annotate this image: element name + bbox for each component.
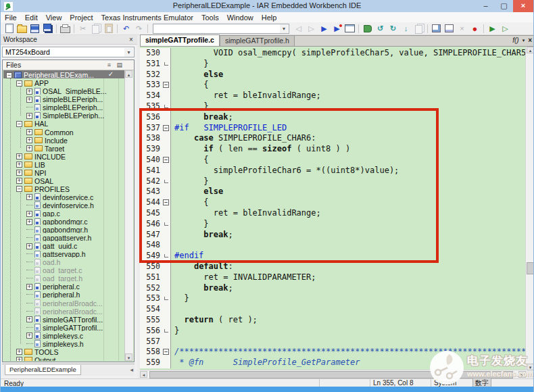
close-button[interactable]: × bbox=[513, 0, 533, 12]
code-line-539[interactable]: 539 if ( len == sizeof ( uint8 ) ) bbox=[140, 144, 526, 155]
erase-memory-icon[interactable] bbox=[413, 24, 424, 34]
workspace-tab[interactable]: PeripheralLEDExample bbox=[5, 365, 81, 375]
configuration-dropdown[interactable]: MT254xBoard ▾ bbox=[2, 47, 135, 57]
tab-simplegattprofile-h[interactable]: simpleGATTprofile.h bbox=[220, 35, 295, 46]
tree-item-lib[interactable]: +LIB bbox=[3, 160, 125, 168]
tree-item-simplebleperiph[interactable]: +SimpleBLEPeriph... bbox=[3, 111, 125, 119]
tree-item-output[interactable]: +Output bbox=[3, 356, 125, 361]
scroll-left-icon[interactable]: ◂ bbox=[140, 371, 147, 378]
menu-project[interactable]: Project bbox=[66, 14, 97, 22]
save-all-icon[interactable] bbox=[42, 24, 53, 34]
expander-icon[interactable]: + bbox=[26, 284, 32, 290]
code-line-548[interactable]: 548 bbox=[140, 240, 526, 251]
expander-icon[interactable]: + bbox=[26, 219, 32, 225]
code-line-554[interactable]: 554 bbox=[140, 304, 526, 315]
code-line-547[interactable]: 547 break; bbox=[140, 230, 526, 241]
tree-item-devinfoservice-h[interactable]: devinfoservice.h bbox=[3, 201, 125, 209]
code-line-530[interactable]: 530 VOID osal_memcpy( simpleProfileChar5… bbox=[140, 48, 526, 59]
menu-edit[interactable]: Edit bbox=[21, 14, 42, 22]
code-line-537[interactable]: 537−#if SIMPLEPROFILE_LED bbox=[140, 123, 526, 134]
tree-item-gapgattserver-h[interactable]: gapgattserver.h bbox=[3, 233, 125, 241]
expander-icon[interactable]: − bbox=[16, 186, 22, 192]
expander-icon[interactable]: + bbox=[16, 170, 22, 176]
fold-collapse-icon[interactable]: − bbox=[163, 125, 169, 131]
minimize-button[interactable]: – bbox=[477, 0, 495, 12]
code-line-545[interactable]: 545 ret = bleInvalidRange; bbox=[140, 208, 526, 219]
tree-item-simplegattprofil[interactable]: simpleGATTprofil... bbox=[3, 322, 125, 330]
tree-item-simplebleperiph[interactable]: simpleBLEPeriph... bbox=[3, 103, 125, 111]
code-line-544[interactable]: 544− { bbox=[140, 197, 526, 208]
download-and-debug-icon[interactable]: ▶ bbox=[487, 24, 498, 34]
tree-item-tools[interactable]: +TOOLS bbox=[3, 347, 125, 356]
code-line-542[interactable]: 542 } bbox=[140, 176, 526, 187]
vertical-scrollbar[interactable]: ▴ ▾ bbox=[525, 47, 534, 370]
code-line-536[interactable]: 536 break; bbox=[140, 112, 526, 123]
chevron-down-icon[interactable]: ▾ bbox=[523, 38, 525, 43]
code-editor[interactable]: 530 VOID osal_memcpy( simpleProfileChar5… bbox=[140, 47, 526, 370]
expander-icon[interactable]: + bbox=[26, 316, 32, 322]
expander-icon[interactable]: − bbox=[16, 121, 22, 127]
maximize-button[interactable]: ▢ bbox=[495, 0, 513, 12]
expander-icon[interactable]: + bbox=[16, 178, 22, 184]
copy-icon[interactable] bbox=[90, 24, 101, 34]
menu-file[interactable]: File bbox=[1, 14, 21, 22]
code-line-558[interactable]: 558−/***********************************… bbox=[140, 347, 526, 358]
tree-item-gapbondmgr-c[interactable]: +gapbondmgr.c bbox=[3, 217, 125, 225]
expander-icon[interactable]: + bbox=[26, 137, 32, 143]
tree-item-npi[interactable]: +NPI bbox=[3, 168, 125, 176]
code-line-551[interactable]: 551 ret = INVALIDPARAMETER; bbox=[140, 272, 526, 283]
code-line-540[interactable]: 540− { bbox=[140, 155, 526, 166]
compile-icon[interactable] bbox=[443, 24, 455, 34]
expander-icon[interactable]: + bbox=[26, 97, 32, 103]
tree-item-simplekeys-c[interactable]: +simplekeys.c bbox=[3, 331, 125, 339]
expander-icon[interactable]: − bbox=[16, 80, 22, 87]
tree-item-simplebleperiph[interactable]: +simpleBLEPeriph... bbox=[3, 95, 125, 103]
code-line-553[interactable]: 553 } bbox=[140, 293, 526, 304]
tree-item-peripheralledexam[interactable]: −PeripheralLEDExam...✓ bbox=[3, 70, 125, 78]
scroll-right-icon[interactable]: ▸ bbox=[518, 371, 526, 378]
fold-collapse-icon[interactable]: − bbox=[163, 349, 169, 355]
code-line-541[interactable]: 541 simpleProfileChar6 = *((uint8*)value… bbox=[140, 166, 526, 176]
fold-collapse-icon[interactable]: − bbox=[163, 157, 169, 163]
files-columns-icon[interactable]: ▤ bbox=[116, 62, 124, 68]
tree-item-osal-simpleble[interactable]: +OSAL_SimpleBLE... bbox=[3, 87, 125, 95]
tree-item-gap-c[interactable]: +gap.c bbox=[3, 209, 125, 217]
expander-icon[interactable]: + bbox=[16, 349, 22, 355]
code-line-546[interactable]: 546 } bbox=[140, 219, 526, 230]
code-line-549[interactable]: 549#endif bbox=[140, 251, 526, 262]
tree-item-peripheralbroadc[interactable]: peripheralBroadc... bbox=[3, 306, 125, 314]
expander-icon[interactable]: + bbox=[26, 89, 32, 95]
code-line-538[interactable]: 538 case SIMPLEPROFILE_CHAR6: bbox=[140, 133, 526, 144]
scroll-down-icon[interactable]: ▾ bbox=[527, 364, 534, 370]
code-line-557[interactable]: 557 bbox=[140, 337, 526, 347]
expander-icon[interactable]: + bbox=[26, 211, 32, 217]
tree-item-include[interactable]: +Include bbox=[3, 135, 125, 143]
toggle-bookmark-icon[interactable]: ▶ bbox=[331, 24, 343, 34]
tree-item-simplegattprofil[interactable]: +simpleGATTprofil... bbox=[3, 314, 125, 322]
function-selector[interactable]: f() ▾ × bbox=[512, 36, 532, 44]
code-line-555[interactable]: 555 return ( ret ); bbox=[140, 315, 526, 326]
expander-icon[interactable]: + bbox=[26, 243, 32, 249]
workspace-header[interactable]: Workspace × bbox=[1, 35, 137, 45]
make-icon[interactable] bbox=[431, 24, 442, 34]
menu-tools[interactable]: Tools bbox=[197, 14, 223, 22]
tree-item-peripheralbroadc[interactable]: peripheralBroadc... bbox=[3, 298, 125, 306]
tab-scroll-left-icon[interactable]: ◂ bbox=[130, 366, 133, 373]
verify-download-icon[interactable]: ↓ bbox=[400, 24, 412, 34]
toggle-breakpoint-icon[interactable]: ● bbox=[469, 24, 481, 34]
redo-icon[interactable]: ↷ bbox=[133, 24, 145, 34]
print-icon[interactable] bbox=[59, 24, 71, 34]
fold-collapse-icon[interactable]: − bbox=[163, 199, 169, 205]
tree-item-profiles[interactable]: −PROFILES bbox=[3, 185, 125, 193]
tree-item-peripheral-h[interactable]: peripheral.h bbox=[3, 290, 125, 298]
code-line-535[interactable]: 535 } bbox=[140, 101, 526, 112]
tree-item-simplekeys-h[interactable]: simplekeys.h bbox=[3, 339, 125, 347]
code-line-543[interactable]: 543 else bbox=[140, 187, 526, 197]
tree-item-target[interactable]: +Target bbox=[3, 143, 125, 151]
code-line-533[interactable]: 533− { bbox=[140, 80, 526, 91]
files-options-icon[interactable]: ≡ bbox=[107, 62, 113, 68]
horizontal-scroll-thumb[interactable] bbox=[149, 371, 513, 378]
code-line-531[interactable]: 531 } bbox=[140, 59, 526, 70]
expander-icon[interactable]: + bbox=[16, 357, 22, 361]
code-line-534[interactable]: 534 ret = bleInvalidRange; bbox=[140, 91, 526, 101]
